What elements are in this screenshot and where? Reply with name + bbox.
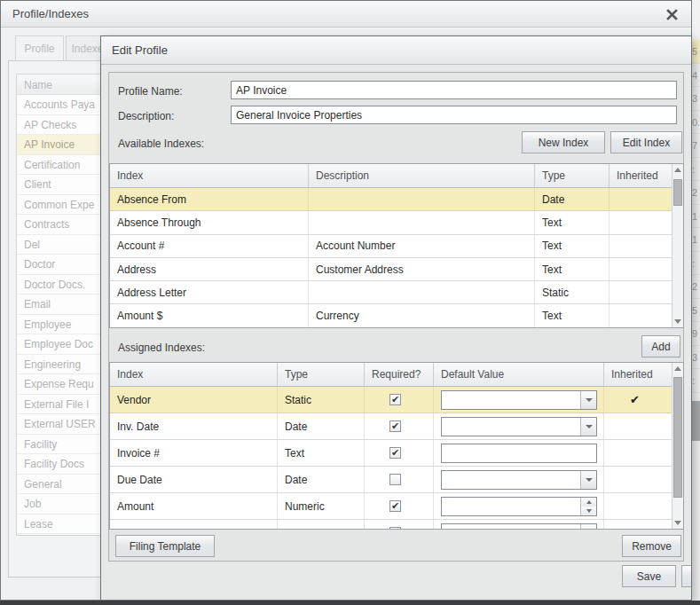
combo-dropdown-button[interactable] [580,524,596,530]
index-cell: Amount $ [110,304,309,326]
save-button[interactable]: Save [622,565,676,587]
available-indexes-grid: IndexDescriptionTypeInherited Absence Fr… [109,163,684,328]
combo-dropdown-button[interactable] [580,391,596,409]
default-value-combo[interactable] [441,470,597,490]
combo-dropdown-button[interactable] [580,471,596,489]
profile-name-input[interactable] [231,81,677,99]
clipped-button[interactable] [681,565,692,587]
background-grid-fragment: 7 [691,134,700,158]
background-grid-fragment: : [691,158,700,182]
table-row[interactable]: AmountNumeric✔ [110,493,683,520]
table-row[interactable]: Absence FromDate [110,188,683,211]
grid-header: IndexDescriptionTypeInherited [110,164,683,188]
inherited-cell [610,235,673,257]
inherited-cell [604,440,673,466]
required-checkbox[interactable]: ✔ [389,527,401,530]
remove-button[interactable]: Remove [622,535,681,557]
required-checkbox[interactable]: ✔ [389,447,401,459]
index-cell: Inv. Date [110,413,278,439]
assigned-grid-scrollbar[interactable] [672,363,683,529]
scroll-up-icon[interactable] [672,363,683,374]
required-checkbox[interactable]: ✔ [389,420,401,432]
dialog-title: Edit Profile [112,43,168,57]
table-row[interactable]: AddressCustomer AddressText [110,258,683,281]
table-row[interactable]: Address LetterStatic [110,281,683,304]
dialog-content-panel: Profile Name: Description: Available Ind… [108,72,684,562]
table-row[interactable]: ✔ [110,520,683,530]
add-button[interactable]: Add [641,335,680,358]
tab-profile[interactable]: Profile [15,35,64,61]
type-cell: Text [535,211,610,233]
background-grid-fragment: : [691,252,700,276]
background-grid-fragment: 5 [691,40,700,64]
table-row[interactable]: Account #Account NumberText [110,235,683,258]
inherited-cell [610,211,673,233]
window-title: Profile/Indexes [12,7,89,20]
scroll-up-icon[interactable] [672,164,683,176]
column-header: Type [535,164,610,187]
table-row[interactable]: Inv. DateDate✔ [110,413,683,440]
background-grid-fragment: 2 [691,275,700,299]
required-cell: ✔ [365,467,434,492]
chevron-down-icon [586,478,593,482]
default-value-combo[interactable] [441,417,597,436]
index-cell: Account # [110,235,309,257]
inherited-cell [604,520,673,530]
edit-index-button[interactable]: Edit Index [610,131,682,153]
column-header: Inherited [610,164,673,187]
type-cell: Date [278,413,365,439]
check-icon: ✔ [391,448,399,457]
close-button[interactable] [663,5,680,23]
chevron-down-icon [586,425,593,428]
default-value-cell [434,467,604,492]
description-cell [309,281,535,303]
profile-name-label: Profile Name: [118,85,183,98]
background-grid-fragment: 5 [691,299,700,323]
required-cell: ✔ [365,413,434,439]
screenshot-stage: 5430.7:211:2593: Profile/Indexes Profile… [0,0,700,605]
default-value-input[interactable] [441,444,597,463]
scrollbar-thumb[interactable] [673,179,682,206]
available-grid-scrollbar[interactable] [672,164,683,327]
combo-dropdown-button[interactable] [580,418,596,436]
required-cell: ✔ [365,493,434,519]
index-cell: Absence From [110,188,309,210]
assigned-indexes-grid: IndexTypeRequired?Default ValueInherited… [109,362,684,530]
spin-down-icon [581,507,596,515]
available-indexes-label: Available Indexes: [118,138,204,150]
table-row[interactable]: VendorStatic✔✔ [110,387,683,413]
default-value-cell [434,520,604,530]
table-row[interactable]: Due DateDate✔ [110,467,683,493]
inherited-cell [604,493,673,519]
background-scrollbar-thumb[interactable] [691,401,700,441]
type-cell: Numeric [278,493,365,519]
table-row[interactable]: Amount $CurrencyText [110,304,683,327]
index-cell [110,520,278,530]
filing-template-button[interactable]: Filing Template [115,535,215,557]
default-value-combo[interactable] [441,390,597,410]
column-header: Index [110,363,278,386]
required-checkbox[interactable]: ✔ [389,474,401,485]
spinner-buttons[interactable] [580,498,596,515]
default-value-spinner[interactable] [441,497,597,516]
assigned-indexes-label: Assigned Indexes: [118,342,205,354]
background-grid-fragment: 3 [691,87,700,111]
window-bottom-edge [0,601,700,605]
scrollbar-thumb[interactable] [673,377,682,498]
scroll-down-icon[interactable] [672,517,683,529]
required-checkbox[interactable]: ✔ [389,394,401,405]
new-index-button[interactable]: New Index [522,131,605,153]
column-header: Type [278,363,365,386]
table-row[interactable]: Absence ThroughText [110,211,683,234]
default-value-combo[interactable] [441,523,597,530]
background-grid-fragment: 0. [691,111,700,135]
required-checkbox[interactable]: ✔ [389,500,401,512]
description-cell: Customer Address [309,258,535,280]
scroll-down-icon[interactable] [672,316,683,327]
description-input[interactable] [231,106,677,124]
check-icon: ✔ [391,501,399,510]
inherited-cell [604,413,673,439]
table-row[interactable]: Invoice #Text✔ [110,440,683,467]
type-cell: Text [535,258,610,280]
type-cell [278,520,365,530]
